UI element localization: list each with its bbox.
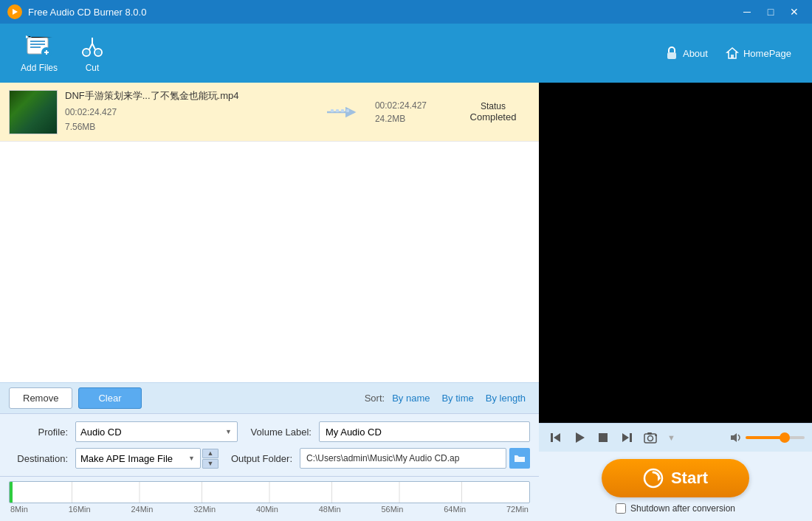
- cut-button[interactable]: Cut: [66, 27, 118, 79]
- lock-icon: [665, 46, 678, 60]
- homepage-button[interactable]: HomePage: [717, 42, 800, 64]
- progress-label-7: 64Min: [444, 505, 466, 514]
- progress-label-4: 40Min: [256, 505, 278, 514]
- homepage-label: HomePage: [743, 48, 791, 59]
- sort-by-time[interactable]: By time: [437, 391, 478, 405]
- file-status: Status Completed: [456, 101, 530, 123]
- svg-rect-4: [30, 46, 41, 48]
- add-files-icon: [26, 33, 52, 60]
- svg-rect-20: [331, 109, 334, 112]
- progress-label-6: 56Min: [381, 505, 403, 514]
- profile-select[interactable]: Audio CD MP3 CD: [75, 421, 238, 442]
- video-controls: ▼: [539, 423, 812, 452]
- svg-rect-18: [731, 55, 734, 58]
- volume-icon: [729, 432, 743, 444]
- svg-marker-36: [622, 433, 629, 442]
- clear-button[interactable]: Clear: [78, 387, 141, 409]
- output-folder-input[interactable]: [300, 448, 506, 469]
- bottom-controls: Remove Clear Sort: By name By time By le…: [0, 382, 539, 413]
- video-preview: [539, 83, 812, 423]
- profile-row: Profile: Audio CD MP3 CD Volume Label:: [9, 421, 530, 442]
- minimize-button[interactable]: ─: [737, 4, 757, 20]
- file-name: DNF手游策划来学...了不氪金也能玩.mp4: [65, 89, 309, 103]
- dest-arrows: ▲ ▼: [202, 449, 219, 469]
- start-label: Start: [671, 469, 708, 488]
- progress-label-3: 32Min: [193, 505, 216, 514]
- svg-point-14: [84, 50, 89, 55]
- folder-row: [300, 448, 530, 469]
- progress-label-8: 72Min: [506, 505, 529, 514]
- volume-label-text: Volume Label:: [245, 427, 312, 438]
- volume-slider[interactable]: [746, 436, 805, 439]
- main-area: DNF手游策划来学...了不氪金也能玩.mp4 00:02:24.427 7.5…: [0, 83, 812, 521]
- browse-folder-button[interactable]: [509, 448, 530, 469]
- volume-label-input[interactable]: [319, 421, 530, 442]
- maximize-button[interactable]: □: [760, 4, 781, 20]
- progress-label-0: 8Min: [10, 505, 28, 514]
- skip-forward-button[interactable]: [617, 429, 636, 446]
- svg-rect-31: [551, 433, 553, 442]
- screenshot-dropdown[interactable]: ▼: [667, 433, 675, 442]
- right-panel: ▼ Start Shutdown after c: [539, 83, 812, 521]
- destination-label: Destination:: [9, 453, 68, 464]
- file-list[interactable]: DNF手游策划来学...了不氪金也能玩.mp4 00:02:24.427 7.5…: [0, 83, 539, 382]
- cut-label: Cut: [86, 63, 100, 73]
- svg-marker-32: [554, 433, 560, 442]
- output-folder-label: Output Folder:: [226, 453, 292, 464]
- screenshot-button[interactable]: [641, 429, 661, 446]
- file-item[interactable]: DNF手游策划来学...了不氪金也能玩.mp4 00:02:24.427 7.5…: [0, 83, 539, 142]
- start-icon: [643, 468, 664, 489]
- svg-rect-40: [655, 435, 657, 436]
- svg-marker-41: [731, 433, 737, 442]
- status-value: Completed: [456, 111, 530, 123]
- output-size: 24.2MB: [375, 114, 427, 124]
- app-title: Free Audio CD Burner 8.0.0: [28, 7, 737, 18]
- svg-point-38: [648, 436, 653, 441]
- play-icon: [573, 431, 586, 444]
- progress-label-5: 48Min: [319, 505, 341, 514]
- start-button[interactable]: Start: [602, 459, 749, 497]
- window-controls: ─ □ ✕: [737, 4, 805, 20]
- add-files-button[interactable]: Add Files: [12, 27, 66, 79]
- dest-select-wrap: Make APE Image File Make WAV Image File …: [75, 448, 201, 469]
- stop-button[interactable]: [593, 429, 613, 446]
- app-logo: [7, 4, 22, 19]
- output-time: 00:02:24.427: [375, 100, 427, 111]
- file-size: 7.56MB: [65, 120, 309, 134]
- camera-icon: [644, 431, 658, 444]
- about-button[interactable]: About: [656, 42, 717, 64]
- skip-back-button[interactable]: [546, 429, 565, 446]
- svg-rect-35: [630, 433, 632, 442]
- shutdown-row: Shutdown after conversion: [616, 503, 735, 514]
- sort-by-name[interactable]: By name: [388, 391, 434, 405]
- folder-icon: [514, 452, 526, 464]
- convert-arrow: [323, 101, 360, 123]
- toolbar: Add Files Cut About: [0, 24, 812, 83]
- volume-control: [729, 432, 805, 444]
- add-files-label: Add Files: [21, 63, 58, 73]
- play-button[interactable]: [570, 429, 589, 446]
- sort-label: Sort:: [365, 393, 385, 404]
- toolbar-right: About HomePage: [656, 42, 800, 64]
- about-label: About: [683, 48, 708, 59]
- destination-row: Destination: Make APE Image File Make WA…: [9, 448, 530, 469]
- dest-up-button[interactable]: ▲: [202, 449, 219, 458]
- dest-down-button[interactable]: ▼: [202, 459, 219, 469]
- svg-rect-22: [341, 109, 344, 112]
- shutdown-checkbox[interactable]: [616, 503, 626, 514]
- destination-select[interactable]: Make APE Image File Make WAV Image File …: [75, 448, 201, 469]
- file-output: 00:02:24.427 24.2MB: [375, 100, 427, 124]
- home-icon: [726, 46, 739, 60]
- skip-back-icon: [549, 431, 562, 444]
- sort-by-length[interactable]: By length: [481, 391, 530, 405]
- remove-button[interactable]: Remove: [9, 387, 72, 409]
- file-duration: 00:02:24.427: [65, 106, 309, 120]
- svg-rect-7: [46, 50, 47, 55]
- file-thumbnail: [9, 90, 58, 134]
- stop-icon: [596, 431, 610, 444]
- progress-labels: 8Min 16Min 24Min 32Min 40Min 48Min 56Min…: [9, 505, 530, 514]
- close-button[interactable]: ✕: [784, 4, 805, 20]
- progress-bar: [9, 481, 530, 503]
- svg-rect-21: [336, 109, 339, 112]
- left-panel: DNF手游策划来学...了不氪金也能玩.mp4 00:02:24.427 7.5…: [0, 83, 539, 521]
